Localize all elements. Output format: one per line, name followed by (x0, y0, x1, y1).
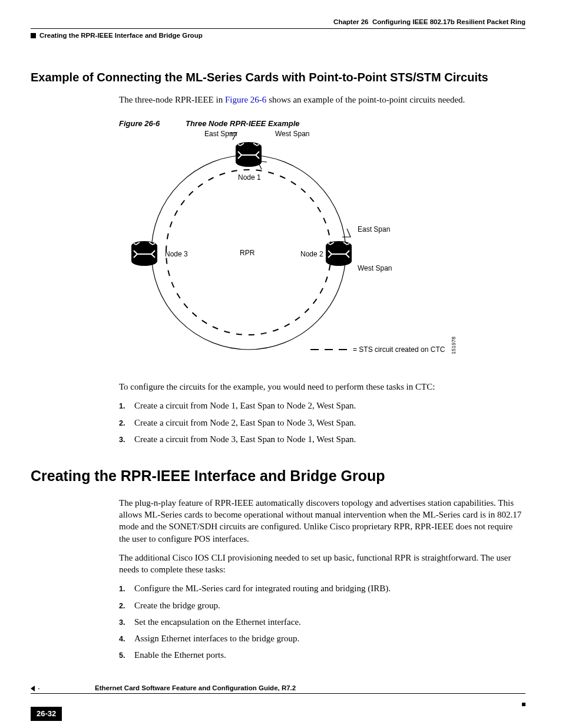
label-west-right: West Span (358, 264, 392, 272)
square-icon (31, 33, 36, 38)
square-end-icon (522, 697, 525, 709)
chapter-title: Configuring IEEE 802.17b Resilient Packe… (372, 18, 525, 27)
intro-paragraph: The three-node RPR-IEEE in Figure 26-6 s… (119, 94, 525, 106)
figure-id: 151978 (451, 337, 457, 354)
header-right: Chapter 26 Configuring IEEE 802.17b Resi… (31, 18, 525, 28)
label-west-top: West Span (275, 130, 309, 138)
list-item: Create a circuit from Node 3, East Span … (134, 433, 356, 445)
chapter-label: Chapter 26 (333, 18, 368, 27)
config-intro: To configure the circuits for the exampl… (119, 381, 525, 393)
paragraph-cli: The additional Cisco IOS CLI provisionin… (119, 552, 525, 576)
page-footer: Ethernet Card Software Feature and Confi… (31, 684, 525, 710)
list-item: Enable the Ethernet ports. (134, 649, 226, 661)
label-east-right: East Span (358, 225, 390, 233)
page-number-tab: 26-32 (31, 707, 62, 721)
paragraph-plugnplay: The plug-n-play feature of RPR-IEEE auto… (119, 497, 525, 545)
label-node1: Node 1 (238, 173, 261, 182)
list-item: Assign Ethernet interfaces to the bridge… (134, 633, 299, 644)
footer-title: Ethernet Card Software Feature and Confi… (95, 684, 296, 693)
label-center: RPR (240, 249, 255, 257)
list-item: Set the encapsulation on the Ethernet in… (134, 616, 301, 628)
svg-point-10 (131, 256, 157, 266)
figure-reference-link[interactable]: Figure 26-6 (225, 95, 266, 104)
task-list: 1.Configure the ML-Series card for integ… (119, 582, 525, 661)
list-item: Create the bridge group. (134, 599, 220, 611)
list-item: Configure the ML-Series card for integra… (134, 582, 391, 594)
label-east-top: East Span (204, 130, 237, 138)
label-node3: Node 3 (165, 250, 188, 258)
router-icon-node2 (326, 241, 352, 266)
router-icon-node1 (236, 142, 262, 167)
header-left: Creating the RPR-IEEE Interface and Brid… (31, 31, 525, 41)
list-item: Create a circuit from Node 2, East Span … (134, 417, 356, 429)
section-breadcrumb: Creating the RPR-IEEE Interface and Brid… (39, 31, 203, 41)
section-heading-example: Example of Connecting the ML-Series Card… (31, 70, 525, 85)
legend-text: = STS circuit created on CTC (353, 345, 445, 354)
left-caret-icon (31, 686, 35, 691)
router-icon-node3 (131, 241, 157, 266)
svg-point-4 (236, 157, 262, 167)
list-item: Create a circuit from Node 1, East Span … (134, 400, 356, 411)
label-node2: Node 2 (300, 250, 323, 258)
svg-point-7 (326, 256, 352, 266)
figure-diagram: East Span West Span Node 1 Node 2 Node 3… (122, 126, 525, 364)
section-heading-creating: Creating the RPR-IEEE Interface and Brid… (31, 466, 525, 486)
config-steps-list: 1.Create a circuit from Node 1, East Spa… (119, 400, 525, 445)
